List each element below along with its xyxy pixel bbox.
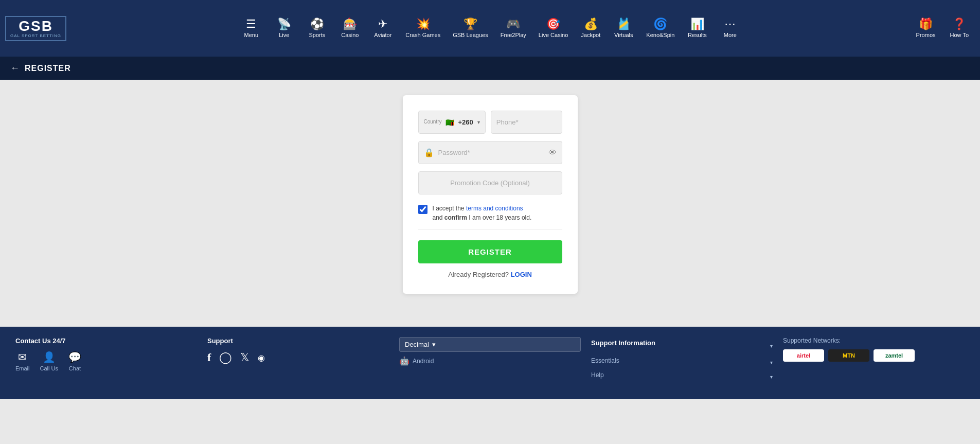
logo-sub-text: GAL SPORT BETTING: [10, 33, 61, 38]
help-label: Help: [591, 371, 604, 379]
country-label: Country: [424, 119, 442, 125]
promos-icon: 🎁: [919, 19, 933, 30]
essentials-toggle[interactable]: Essentials ▾: [591, 355, 773, 369]
page-title: REGISTER: [25, 64, 71, 73]
password-row: 🔒 👁: [418, 141, 562, 164]
casino-label: Casino: [341, 32, 359, 38]
currency-selector[interactable]: Decimal ▾: [399, 337, 581, 352]
phone-input[interactable]: [491, 111, 562, 133]
nav-item-gsb-leagues[interactable]: 🏆GSB Leagues: [448, 15, 493, 41]
footer: Contact Us 24/7 ✉Email👤Call Us💬Chat Supp…: [0, 327, 980, 399]
free2play-icon: 🎮: [506, 19, 520, 30]
extra-icon[interactable]: ◉: [258, 353, 265, 363]
terms-row: I accept the terms and conditions and co…: [418, 204, 562, 230]
chat-label: Chat: [69, 365, 81, 371]
logo-gsb-text: GSB: [10, 19, 61, 33]
terms-checkbox[interactable]: [418, 205, 427, 214]
email-label: Email: [15, 365, 30, 371]
header: GSB GAL SPORT BETTING ☰Menu📡Live⚽Sports🎰…: [0, 0, 980, 57]
password-input[interactable]: [438, 141, 548, 164]
free2play-label: Free2Play: [501, 32, 526, 38]
footer-contact-call-us[interactable]: 👤Call Us: [40, 351, 58, 371]
promo-input[interactable]: [418, 171, 562, 194]
nav-item-keno-spin[interactable]: 🌀Keno&Spin: [641, 15, 680, 41]
nav-item-crash-games[interactable]: 💥Crash Games: [400, 15, 446, 41]
nav-item-results[interactable]: 📊Results: [682, 15, 712, 41]
sports-label: Sports: [309, 32, 325, 38]
live-casino-icon: 🎯: [546, 19, 560, 30]
sports-icon: ⚽: [310, 19, 324, 30]
register-card: Country 🇿🇲 +260 ▾ 🔒 👁 I accept the terms…: [403, 95, 578, 294]
email-icon: ✉: [18, 351, 27, 363]
jackpot-label: Jackpot: [581, 32, 600, 38]
lock-icon: 🔒: [424, 148, 434, 157]
gsb-leagues-icon: 🏆: [464, 19, 477, 30]
footer-contact-chat[interactable]: 💬Chat: [68, 351, 81, 371]
nav-item-casino[interactable]: 🎰Casino: [334, 15, 365, 41]
networks-row: airtel MTN zamtel: [783, 349, 965, 362]
support-title: Support: [207, 337, 389, 345]
back-button[interactable]: ←: [10, 63, 20, 74]
footer-contact-email[interactable]: ✉Email: [15, 351, 30, 371]
footer-contact-items: ✉Email👤Call Us💬Chat: [15, 351, 197, 371]
terms-text-2: and: [433, 214, 444, 221]
nav-item-sports[interactable]: ⚽Sports: [301, 15, 332, 41]
terms-confirm: confirm: [444, 214, 467, 221]
already-registered-text: Already Registered?: [448, 271, 509, 278]
footer-grid: Contact Us 24/7 ✉Email👤Call Us💬Chat Supp…: [15, 337, 965, 384]
register-button[interactable]: REGISTER: [418, 240, 562, 263]
how-to-icon: ❓: [952, 19, 966, 30]
currency-chevron-icon: ▾: [432, 341, 436, 348]
results-icon: 📊: [690, 19, 704, 30]
aviator-label: Aviator: [374, 32, 391, 38]
terms-link[interactable]: terms and conditions: [466, 205, 523, 212]
main-nav: ☰Menu📡Live⚽Sports🎰Casino✈Aviator💥Crash G…: [72, 15, 910, 41]
more-label: More: [724, 32, 737, 38]
essentials-label: Essentials: [591, 357, 619, 364]
nav-item-live[interactable]: 📡Live: [269, 15, 299, 41]
nav-item-free2play[interactable]: 🎮Free2Play: [495, 15, 531, 41]
main-content: Country 🇿🇲 +260 ▾ 🔒 👁 I accept the terms…: [0, 80, 980, 327]
terms-text: I accept the terms and conditions and co…: [433, 204, 532, 222]
footer-social: f ◯ 𝕏 ◉: [207, 351, 389, 364]
country-selector[interactable]: Country 🇿🇲 +260 ▾: [418, 111, 486, 134]
nav-item-aviator[interactable]: ✈Aviator: [367, 15, 398, 41]
nav-item-how-to[interactable]: ❓How To: [944, 15, 975, 41]
android-app-link[interactable]: 🤖 Android: [399, 356, 581, 366]
gsb-leagues-label: GSB Leagues: [453, 32, 488, 38]
eye-icon[interactable]: 👁: [548, 148, 557, 157]
jackpot-icon: 💰: [584, 19, 598, 30]
instagram-icon[interactable]: ◯: [219, 351, 232, 364]
live-label: Live: [279, 32, 289, 38]
support-info-toggle[interactable]: Support Information ▾: [591, 337, 773, 355]
call-us-icon: 👤: [43, 351, 56, 363]
facebook-icon[interactable]: f: [207, 351, 211, 364]
nav-item-menu[interactable]: ☰Menu: [236, 15, 266, 41]
chevron-down-icon: ▾: [770, 374, 773, 380]
register-bar: ← REGISTER: [0, 57, 980, 80]
nav-item-jackpot[interactable]: 💰Jackpot: [575, 15, 606, 41]
keno-spin-label: Keno&Spin: [646, 32, 674, 38]
virtuals-label: Virtuals: [614, 32, 633, 38]
twitter-icon[interactable]: 𝕏: [240, 351, 250, 364]
nav-item-virtuals[interactable]: 🎽Virtuals: [608, 15, 639, 41]
contact-title: Contact Us 24/7: [15, 337, 197, 345]
virtuals-icon: 🎽: [617, 19, 631, 30]
country-code: +260: [458, 118, 473, 126]
help-toggle[interactable]: Help ▾: [591, 369, 773, 384]
live-icon: 📡: [277, 19, 291, 30]
support-info-title: Support Information: [591, 339, 655, 347]
phone-row: Country 🇿🇲 +260 ▾: [418, 111, 562, 134]
live-casino-label: Live Casino: [539, 32, 568, 38]
logo[interactable]: GSB GAL SPORT BETTING: [5, 16, 66, 41]
country-flag: 🇿🇲: [445, 119, 455, 126]
nav-right: 🎁Promos❓How To: [910, 15, 975, 41]
results-label: Results: [688, 32, 707, 38]
nav-item-promos[interactable]: 🎁Promos: [910, 15, 942, 41]
phone-input-wrap: [491, 111, 562, 134]
login-link[interactable]: LOGIN: [511, 271, 532, 278]
promos-label: Promos: [916, 32, 936, 38]
nav-item-live-casino[interactable]: 🎯Live Casino: [533, 15, 573, 41]
chevron-down-icon: ▾: [477, 119, 480, 125]
nav-item-more[interactable]: ⋯More: [715, 15, 745, 41]
